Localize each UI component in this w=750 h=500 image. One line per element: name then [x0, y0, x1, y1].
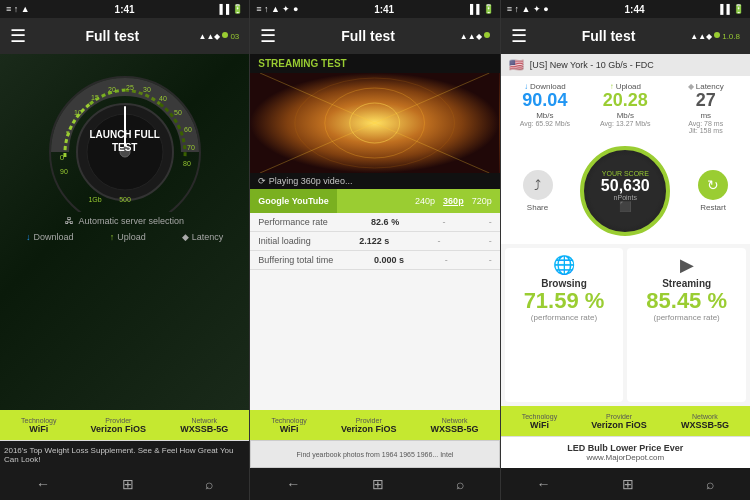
page-title-3: Full test	[527, 28, 691, 44]
svg-text:70: 70	[187, 144, 195, 151]
back-btn-1[interactable]: ←	[36, 476, 50, 492]
launch-label: LAUNCH FULL TEST	[82, 128, 167, 154]
home-btn-3[interactable]: ⊞	[622, 476, 634, 492]
home-btn-2[interactable]: ⊞	[372, 476, 384, 492]
share-button[interactable]: ⤴ Share	[523, 170, 553, 212]
menu-icon-1[interactable]: ☰	[10, 25, 26, 47]
perf-dash2-2: -	[489, 255, 492, 265]
status-left-2: ≡ ↑ ▲ ✦ ●	[256, 4, 298, 14]
restart-icon: ↻	[698, 170, 728, 200]
server-selection[interactable]: 🖧 Automatic server selection	[65, 216, 184, 226]
screen-3: ≡ ↑ ▲ ✦ ● 1:44 ▌▌🔋 ☰ Full test ▲▲◆ 1.0.8…	[501, 0, 750, 500]
page-title-1: Full test	[26, 28, 199, 44]
provider-val-1: Verizon FiOS	[91, 424, 147, 434]
browsing-percent: 71.59 %	[524, 289, 605, 313]
latency-value-3: 27	[666, 91, 746, 111]
download-arrow-1: ↓	[26, 232, 31, 242]
search-btn-1[interactable]: ⌕	[205, 476, 213, 492]
browsing-icon: 🌐	[553, 254, 575, 276]
perf-table: Performance rate 82.6 % - - Initial load…	[250, 213, 499, 410]
video-tunnel	[250, 73, 499, 173]
bottom-info-2: Technology WiFi Provider Verizon FiOS Ne…	[250, 410, 499, 440]
latency-jitter-3: Jit: 158 ms	[666, 127, 746, 134]
provider-group-2: Provider Verizon FiOS	[341, 417, 397, 434]
network-group-3: Network WXSSB-5G	[681, 413, 729, 430]
svg-text:80: 80	[183, 160, 191, 167]
tech-label-1: Technology	[21, 417, 56, 424]
perf-dash-1: -	[437, 236, 440, 246]
quality-720[interactable]: 720p	[472, 196, 492, 206]
quality-240[interactable]: 240p	[415, 196, 435, 206]
svg-text:500: 500	[119, 196, 131, 203]
svg-text:20: 20	[108, 86, 116, 93]
latency-label-1: Latency	[192, 232, 224, 242]
download-metric-1: ↓ Download	[26, 232, 74, 242]
indicator-dot-1	[222, 32, 228, 38]
restart-button[interactable]: ↻ Restart	[698, 170, 728, 212]
download-value-3: 90.04	[505, 91, 585, 111]
quality-360[interactable]: 360p	[443, 196, 464, 206]
screen-1: ≡ ↑ ▲ 1:41 ▌▌🔋 ☰ Full test ▲▲◆ 03	[0, 0, 250, 500]
streaming-percent: 85.45 %	[646, 289, 727, 313]
latency-metric-1: ◆ Latency	[182, 232, 224, 242]
provider-tabs: Google YouTube 240p 360p 720p	[250, 189, 499, 213]
back-btn-3[interactable]: ←	[537, 476, 551, 492]
quality-tabs: 240p 360p 720p	[337, 196, 500, 206]
perf-row-0: Performance rate 82.6 % - -	[250, 213, 499, 232]
network-group-1: Network WXSSB-5G	[180, 417, 228, 434]
svg-text:40: 40	[159, 95, 167, 102]
perf-dash-0: -	[442, 217, 445, 227]
browsing-sub: (performance rate)	[531, 313, 597, 322]
search-btn-3[interactable]: ⌕	[706, 476, 714, 492]
tech-val-1: WiFi	[21, 424, 56, 434]
screen1-main: 0 5 10 15 20 25 30 40 50 60 70 80 90 500…	[0, 54, 249, 410]
provider-label-1: Provider	[91, 417, 147, 424]
search-btn-2[interactable]: ⌕	[456, 476, 464, 492]
menu-icon-2[interactable]: ☰	[260, 25, 276, 47]
perf-dash2-1: -	[489, 236, 492, 246]
streaming-label: STREAMING TEST	[250, 54, 499, 73]
screen2-main: STREAMING TEST	[250, 54, 499, 410]
time-3: 1:44	[624, 4, 644, 15]
back-btn-2[interactable]: ←	[286, 476, 300, 492]
svg-text:60: 60	[184, 126, 192, 133]
perf-label-0: Performance rate	[258, 217, 328, 227]
gauge-container[interactable]: 0 5 10 15 20 25 30 40 50 60 70 80 90 500…	[40, 62, 210, 212]
provider-group-1: Provider Verizon FiOS	[91, 417, 147, 434]
streaming-sub: (performance rate)	[654, 313, 720, 322]
ad-1: 2016's Top Weight Loss Supplement. See &…	[0, 440, 249, 468]
page-title-2: Full test	[276, 28, 459, 44]
metrics-top: ↓ Download 90.04 Mb/s Avg: 65.92 Mb/s ↑ …	[501, 76, 750, 138]
top-icons-1: ▲▲◆ 03	[199, 32, 240, 41]
indicator-dot-2	[484, 32, 490, 38]
share-icon: ⤴	[523, 170, 553, 200]
score-trophy-icon: ⬛	[619, 201, 631, 212]
top-icons-3: ▲▲◆ 1.0.8	[690, 32, 740, 41]
score-section: ⤴ Share YOUR SCORE 50,630 nPoints ⬛ ↻ Re…	[501, 138, 750, 244]
status-bar-1: ≡ ↑ ▲ 1:41 ▌▌🔋	[0, 0, 249, 18]
perf-row-2: Buffering total time 0.000 s - -	[250, 251, 499, 270]
svg-text:90: 90	[60, 168, 68, 175]
network-label-1: Network	[180, 417, 228, 424]
svg-text:50: 50	[174, 109, 182, 116]
upload-arrow-1: ↑	[110, 232, 115, 242]
gauge-center-text[interactable]: LAUNCH FULL TEST	[82, 128, 167, 154]
home-btn-1[interactable]: ⊞	[122, 476, 134, 492]
svg-text:25: 25	[126, 84, 134, 91]
top-bar-1: ☰ Full test ▲▲◆ 03	[0, 18, 249, 54]
battery-3: ▌▌🔋	[720, 4, 744, 14]
upload-value-3: 20.28	[585, 91, 665, 111]
upload-metric-3: ↑ Upload 20.28 Mb/s Avg: 13.27 Mb/s	[585, 82, 665, 134]
provider-tab-youtube[interactable]: Google YouTube	[250, 189, 337, 213]
browsing-streaming-section: 🌐 Browsing 71.59 % (performance rate) ▶ …	[501, 244, 750, 406]
streaming-icon: ▶	[680, 254, 694, 276]
status-left-3: ≡ ↑ ▲ ✦ ●	[507, 4, 549, 14]
nav-bar-3: ← ⊞ ⌕	[501, 468, 750, 500]
svg-text:10: 10	[74, 109, 82, 116]
server-icon: 🖧	[65, 216, 74, 226]
nav-bar-1: ← ⊞ ⌕	[0, 468, 249, 500]
menu-icon-3[interactable]: ☰	[511, 25, 527, 47]
status-bar-3: ≡ ↑ ▲ ✦ ● 1:44 ▌▌🔋	[501, 0, 750, 18]
latency-icon-3: ◆	[688, 82, 694, 91]
download-avg-3: Avg: 65.92 Mb/s	[505, 120, 585, 127]
